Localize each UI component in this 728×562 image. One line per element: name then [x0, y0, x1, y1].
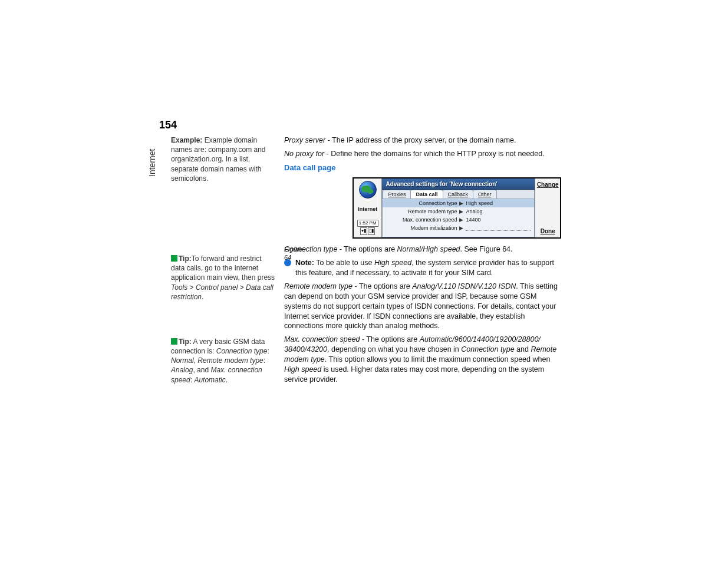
- row-label: Modem initialization: [386, 224, 459, 232]
- device-window-body: Proxies Data call Callback Other Connect…: [382, 190, 535, 237]
- device-center: Advanced settings for 'New connection' P…: [382, 178, 535, 237]
- note-text-a: To be able to use: [314, 259, 374, 267]
- softkey-change[interactable]: Change: [537, 181, 559, 189]
- tab-callback[interactable]: Callback: [443, 190, 474, 199]
- remote-modem-item: Remote modem type - The options are Anal…: [284, 282, 561, 331]
- tip-icon: [171, 338, 177, 345]
- device-screenshot: Internet 1:52 PM ▾▮▯▮ Advanced settings …: [353, 177, 561, 239]
- softkey-done[interactable]: Done: [541, 227, 555, 236]
- tab-proxies[interactable]: Proxies: [383, 190, 411, 199]
- heading-data-call-page: Data call page: [284, 163, 561, 173]
- max-speed-ct: Connection type: [461, 345, 514, 353]
- proxy-server-text: - The IP address of the proxy server, or…: [325, 136, 516, 144]
- row-remote-modem-type[interactable]: Remote modem type▶Analog: [383, 207, 534, 216]
- device-status-icons: ▾▮▯▮: [360, 227, 375, 235]
- max-speed-text-e: is used. Higher data rates may cost more…: [284, 365, 544, 384]
- device-titlebar: Advanced settings for 'New connection': [382, 178, 535, 190]
- connection-type-text-a: - The options are: [337, 245, 397, 253]
- row-value: High speed: [466, 200, 493, 207]
- row-value: Analog: [466, 208, 482, 215]
- tip-1-lead: Tip:: [179, 254, 192, 263]
- tip-2-rmt-v: Analog: [171, 366, 193, 374]
- max-speed-text-c: and: [515, 345, 531, 353]
- tip-2: Tip: A very basic GSM data connection is…: [171, 337, 277, 385]
- main-content: Proxy server - The IP address of the pro…: [284, 135, 561, 388]
- chevron-right-icon: ▶: [459, 224, 463, 232]
- row-value: 14400: [466, 216, 480, 223]
- example-lead: Example:: [171, 136, 202, 144]
- device-clock: 1:52 PM: [357, 220, 378, 227]
- remote-modem-term: Remote modem type: [284, 282, 353, 290]
- tip-1-period: .: [202, 293, 203, 301]
- connection-type-item: Connection type - The options are Normal…: [284, 244, 561, 254]
- max-speed-text-d: . This option allows you to limit the ma…: [325, 355, 551, 363]
- tip-1-sep1: >: [187, 283, 196, 292]
- max-speed-term: Max. connection speed: [284, 335, 360, 343]
- tab-data-call-label: Data call: [416, 191, 437, 197]
- row-label: Max. connection speed: [386, 216, 459, 223]
- tab-other-label: Other: [478, 191, 492, 197]
- figure-caption: Figure 64: [284, 245, 311, 263]
- section-side-label: Internet: [147, 149, 157, 177]
- note-block: Note: To be able to use High speed, the …: [284, 258, 561, 278]
- tip-2-rmt-sep: :: [263, 356, 265, 365]
- max-speed-item: Max. connection speed - The options are …: [284, 335, 561, 384]
- note-hs: High speed: [374, 259, 411, 267]
- no-proxy-term: No proxy for: [284, 150, 324, 158]
- proxy-server-item: Proxy server - The IP address of the pro…: [284, 135, 561, 146]
- row-modem-initialization[interactable]: Modem initialization▶: [383, 224, 534, 232]
- tip-2-period: .: [226, 376, 228, 384]
- connection-type-text-b: . See Figure 64.: [460, 245, 513, 253]
- device-tabs: Proxies Data call Callback Other: [383, 190, 534, 199]
- row-connection-type[interactable]: Connection type▶High speed: [383, 199, 534, 207]
- connection-type-opts: Normal/High speed: [397, 245, 460, 253]
- tab-proxies-label: Proxies: [388, 191, 406, 197]
- tab-other[interactable]: Other: [473, 190, 497, 199]
- max-speed-hs: High speed: [284, 365, 321, 373]
- device-app-label: Internet: [358, 206, 377, 213]
- no-proxy-text: - Define here the domains for which the …: [324, 150, 545, 158]
- internet-globe-icon: [359, 181, 377, 199]
- page-number: 154: [159, 119, 177, 131]
- tab-callback-label: Callback: [448, 191, 469, 197]
- tip-1-sep2: >: [238, 283, 246, 292]
- row-label: Remote modem type: [386, 208, 459, 215]
- tip-2-ct: Connection type: [216, 347, 268, 355]
- tip-2-rmt: Remote modem type: [197, 356, 263, 365]
- max-speed-text-b: , depending on what you have chosen in: [327, 345, 461, 353]
- tip-2-mcs-v: Automatic: [194, 376, 225, 384]
- device-softkeys: Change Done: [535, 178, 560, 237]
- tip-2-lead: Tip:: [179, 338, 192, 346]
- example-note: Example: Example domain names are: compa…: [171, 135, 277, 183]
- proxy-server-term: Proxy server: [284, 136, 325, 144]
- max-speed-text-a: - The options are: [360, 335, 420, 343]
- row-value-empty: [466, 225, 531, 231]
- tip-icon: [171, 255, 177, 262]
- tab-data-call[interactable]: Data call: [410, 190, 443, 199]
- remote-modem-text-a: - The options are: [353, 282, 412, 290]
- remote-modem-opts: Analog/V.110 ISDN/V.120 ISDN: [412, 282, 516, 290]
- no-proxy-item: No proxy for - Define here the domains f…: [284, 149, 561, 159]
- device-settings-list: Connection type▶High speed Remote modem …: [383, 199, 534, 232]
- tip-2-ct-v: Normal: [171, 356, 194, 365]
- tip-1-path-b: Control panel: [196, 283, 238, 292]
- chevron-right-icon: ▶: [459, 208, 463, 215]
- device-left-pane: Internet 1:52 PM ▾▮▯▮: [354, 178, 382, 237]
- row-max-connection-speed[interactable]: Max. connection speed▶14400: [383, 216, 534, 224]
- tip-2-and: , and: [193, 366, 210, 374]
- chevron-right-icon: ▶: [459, 216, 463, 223]
- tip-2-ct-sep: :: [267, 347, 269, 355]
- tip-1: Tip:To forward and restrict data calls, …: [171, 254, 277, 302]
- margin-notes: Example: Example domain names are: compa…: [171, 135, 277, 449]
- chevron-right-icon: ▶: [459, 200, 463, 207]
- row-label: Connection type: [386, 200, 459, 207]
- tip-1-path-a: Tools: [171, 283, 187, 292]
